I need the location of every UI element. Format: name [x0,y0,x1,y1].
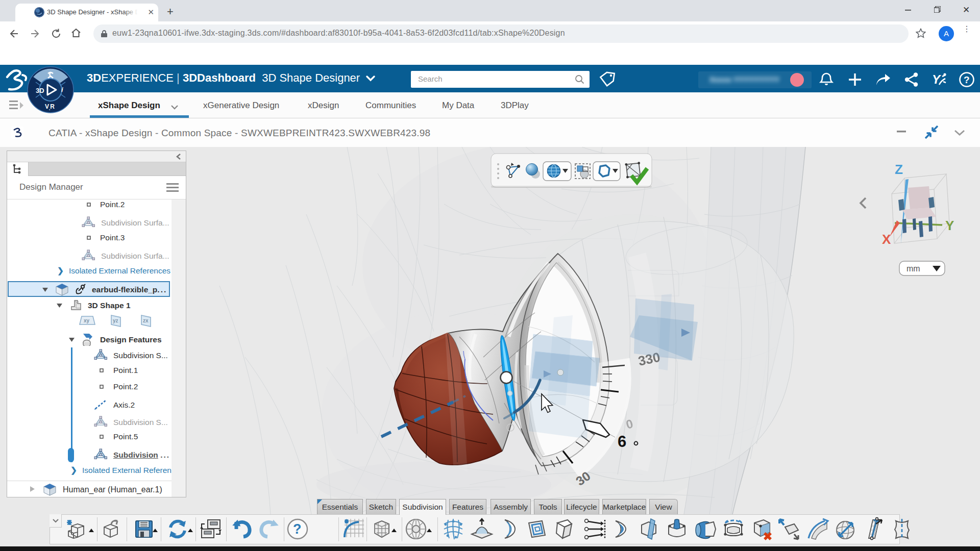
svg-text:X: X [882,232,891,247]
svg-text:yz: yz [113,318,118,323]
svg-text:V,R: V,R [45,103,55,111]
svg-text:?: ? [293,521,302,537]
svg-text:xy: xy [84,318,90,323]
svg-text:zx: zx [143,318,149,323]
svg-text:Z: Z [895,162,903,177]
svg-text:i: i [61,86,63,93]
svg-text:6: 6 [618,433,626,450]
svg-text:Y: Y [945,218,954,233]
svg-text:mm: mm [906,264,920,273]
svg-text:3D: 3D [36,87,44,94]
svg-text:?: ? [964,74,970,85]
